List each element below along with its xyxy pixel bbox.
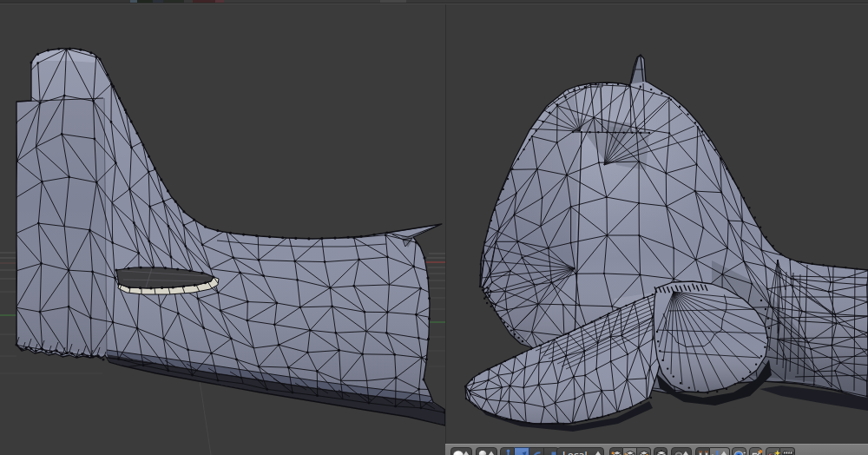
header-widgets: Local bbox=[445, 445, 868, 455]
render-opengl-anim-button[interactable] bbox=[780, 447, 795, 455]
occlude-geometry-button[interactable] bbox=[654, 447, 667, 455]
pivot-point-dropdown[interactable] bbox=[476, 447, 497, 455]
viewport-shading-dropdown[interactable] bbox=[450, 447, 472, 455]
proportional-edit-dropdown[interactable] bbox=[671, 447, 692, 455]
manipulator-translate-button[interactable] bbox=[515, 447, 529, 455]
orientation-label: Local bbox=[562, 450, 588, 455]
snap-target-icon bbox=[733, 448, 746, 455]
manipulator-toggle-button[interactable] bbox=[500, 447, 515, 455]
viewport-left[interactable] bbox=[0, 4, 445, 455]
camera-render-icon bbox=[766, 448, 779, 455]
dropdown-stepper-arrows[interactable] bbox=[488, 450, 495, 455]
select-mode-edge-button[interactable] bbox=[623, 447, 637, 455]
snap-toggle-button[interactable] bbox=[695, 447, 710, 455]
snap-target-button[interactable] bbox=[732, 447, 746, 455]
manipulator-axis-icon bbox=[501, 448, 514, 455]
vertex-select-cube-icon bbox=[610, 448, 622, 455]
automerge-icon bbox=[750, 448, 761, 455]
rotate-arc-icon bbox=[529, 448, 543, 455]
clapperboard-render-icon bbox=[780, 448, 794, 455]
viewport-right[interactable] bbox=[446, 4, 868, 455]
select-mode-vertex-button[interactable] bbox=[609, 447, 623, 455]
dropdown-stepper-arrows[interactable] bbox=[682, 450, 689, 455]
snap-element-dropdown[interactable] bbox=[710, 447, 730, 455]
occlude-cube-icon bbox=[654, 448, 667, 455]
face-select-cube-icon bbox=[637, 448, 650, 455]
transform-orientation-dropdown[interactable]: Local bbox=[556, 447, 604, 455]
dropdown-stepper-arrows[interactable] bbox=[595, 450, 602, 455]
blender-window: { "app": {"name": "Blender", "view": "3D… bbox=[0, 0, 868, 455]
dropdown-stepper-arrows[interactable] bbox=[720, 450, 727, 455]
viewport-divider[interactable] bbox=[445, 4, 446, 455]
viewport-header: Local bbox=[445, 444, 868, 455]
select-mode-face-button[interactable] bbox=[637, 447, 651, 455]
automerge-toggle-button[interactable] bbox=[749, 447, 762, 455]
dropdown-stepper-arrows[interactable] bbox=[463, 450, 470, 455]
manipulator-rotate-button[interactable] bbox=[529, 447, 544, 455]
translate-arrow-icon bbox=[515, 448, 529, 455]
edge-select-cube-icon bbox=[623, 448, 636, 455]
magnet-icon bbox=[696, 448, 709, 455]
render-opengl-still-button[interactable] bbox=[766, 447, 780, 455]
